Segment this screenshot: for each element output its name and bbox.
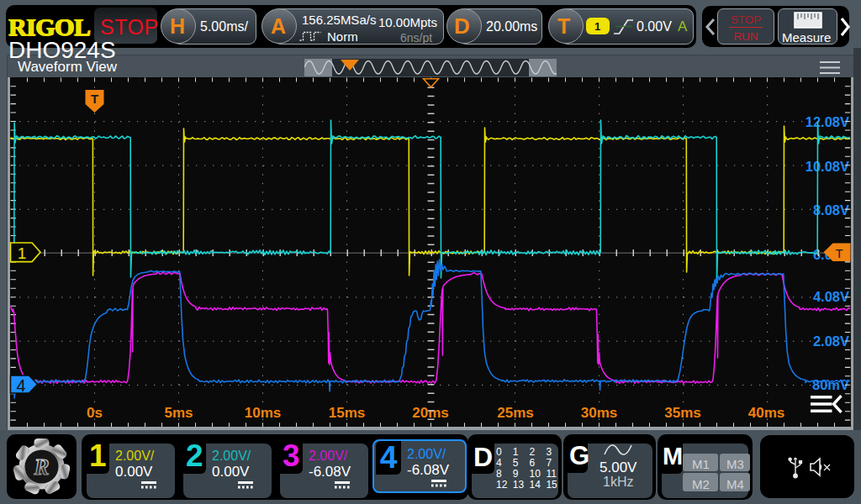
svg-text:4: 4 [16,376,25,395]
svg-text:T: T [835,246,843,260]
svg-text:1: 1 [18,244,27,262]
svg-text:T: T [91,92,98,106]
